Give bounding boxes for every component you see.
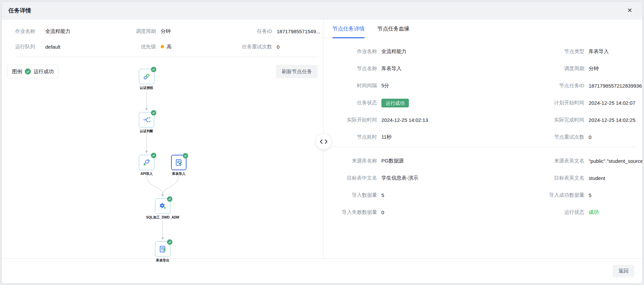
detail-row: 来源库名称 PG数据源 来源表英文名 "public"."student_sou… (324, 152, 636, 170)
detail-label: 节点重试次数 (428, 134, 589, 140)
dialog-title: 任务详情 (8, 7, 31, 14)
detail-label: 目标表中文名 (324, 175, 381, 181)
detail-section-1: 作业名称 全流程能力 节点类型 库表导入 节点名称 库表导入 调度周期 分钟 时… (324, 38, 642, 146)
detail-label: 导入成功数据量 (428, 192, 589, 198)
detail-value: 5 (381, 192, 428, 198)
detail-value: 分钟 (589, 65, 636, 72)
node-success-badge-icon (151, 110, 156, 115)
flow-node-auth-judge[interactable] (139, 112, 154, 128)
legend-status-label: 运行成功 (34, 68, 54, 75)
detail-label: 节点任务ID (428, 83, 589, 89)
chevron-left-icon[interactable] (319, 139, 323, 144)
priority-text: 高 (167, 44, 172, 50)
node-success-badge-icon (183, 153, 188, 158)
node-success-badge-icon (151, 67, 156, 72)
tab-node-task-detail[interactable]: 节点任务详情 (332, 19, 365, 38)
chevron-right-icon[interactable] (324, 139, 328, 144)
detail-row: 节点名称 库表导入 调度周期 分钟 (324, 60, 636, 77)
flow-connectors (2, 19, 324, 259)
tab-node-task-lineage[interactable]: 节点任务血缘 (377, 19, 410, 38)
field-label: 优先级 (127, 44, 156, 50)
node-label: SQL加工_DWD_ADM (139, 215, 186, 220)
node-label: 认证授权 (123, 86, 170, 90)
node-label: 库表导入 (155, 172, 202, 176)
detail-value: 学生信息表-演示 (381, 175, 428, 181)
detail-value: 0 (381, 209, 428, 215)
job-info-row: 作业名称 全流程能力 调度周期 分钟 任务ID 18717985571549..… (15, 23, 319, 39)
detail-label: 来源表英文名 (428, 158, 589, 164)
detail-value: PG数据源 (381, 158, 428, 164)
detail-label: 节点类型 (428, 48, 589, 55)
flow-node-auth-grant[interactable] (139, 69, 154, 84)
detail-row: 导入失败数据量 0 运行状态 成功 (324, 204, 636, 221)
task-status-badge: 运行成功 (381, 99, 409, 107)
flow-node-sql-process[interactable] (155, 198, 170, 214)
detail-value: student (589, 175, 636, 181)
node-label: 库表导出 (139, 258, 186, 263)
detail-label: 目标表英文名 (428, 175, 589, 181)
table-export-icon (158, 245, 167, 253)
api-import-icon (142, 158, 151, 167)
detail-label: 来源库名称 (324, 158, 381, 164)
detail-label: 实际完成时间 (428, 117, 589, 123)
node-label: 认证判断 (123, 129, 170, 134)
task-detail-dialog: 任务详情 ✕ 作业名称 全流程能力 调度周期 分钟 任务ID 187179855… (1, 1, 643, 284)
divider (15, 57, 319, 57)
detail-value: 全流程能力 (381, 48, 428, 55)
flow-node-table-import[interactable] (171, 155, 186, 170)
dialog-body: 作业名称 全流程能力 调度周期 分钟 任务ID 18717985571549..… (2, 19, 642, 258)
field-label: 调度周期 (127, 28, 156, 35)
detail-row: 目标表中文名 学生信息表-演示 目标表英文名 student (324, 170, 636, 187)
detail-value: 2024-12-25 14:02:25 (589, 117, 636, 123)
node-detail-panel: 节点任务详情 节点任务血缘 作业名称 全流程能力 节点类型 库表导入 节点名称 … (324, 19, 642, 258)
node-task-id-value: 1871798557212839936 (589, 83, 636, 89)
detail-label: 运行状态 (428, 209, 589, 216)
legend-box: 图例 运行成功 (7, 65, 59, 78)
detail-row: 任务状态 运行成功 计划开始时间 2024-12-25 14:02:07 (324, 94, 636, 111)
detail-value: 2024-12-25 14:02:13 (381, 117, 428, 123)
field-label: 任务重试次数 (229, 44, 272, 50)
link-icon (142, 72, 151, 81)
detail-value: 库表导入 (381, 65, 428, 72)
legend-label: 图例 (12, 68, 22, 75)
detail-label: 实际开始时间 (324, 117, 381, 123)
detail-section-2: 来源库名称 PG数据源 来源表英文名 "public"."student_sou… (324, 148, 642, 221)
detail-label: 节点名称 (324, 65, 381, 72)
field-value: 分钟 (161, 28, 224, 35)
priority-value: 高 (161, 44, 224, 50)
flow-node-table-export[interactable] (155, 241, 170, 257)
flow-node-api-import[interactable] (139, 155, 154, 170)
detail-label: 作业名称 (324, 48, 381, 55)
job-info-row: 运行队列 default 优先级 高 任务重试次数 0 (15, 39, 319, 54)
back-button[interactable]: 返回 (613, 265, 634, 277)
divider (332, 147, 636, 147)
panel-collapse-handle (316, 134, 331, 149)
success-check-icon (25, 68, 31, 75)
detail-label: 节点耗时 (324, 134, 381, 140)
refresh-node-task-button[interactable]: 刷新节点任务 (276, 65, 318, 78)
detail-label: 导入数据量 (324, 192, 381, 198)
detail-row: 作业名称 全流程能力 节点类型 库表导入 (324, 43, 636, 60)
node-success-badge-icon (151, 153, 156, 158)
dialog-footer: 返回 (2, 258, 642, 283)
detail-value: 11秒 (381, 134, 428, 140)
detail-row: 实际开始时间 2024-12-25 14:02:13 实际完成时间 2024-1… (324, 111, 636, 129)
node-success-badge-icon (167, 196, 172, 202)
task-id-value: 18717985571549... (277, 29, 320, 34)
field-label: 运行队列 (15, 44, 41, 50)
detail-label: 任务状态 (324, 100, 381, 106)
detail-value: 5 (589, 192, 636, 198)
detail-label: 调度周期 (428, 65, 589, 72)
dialog-header: 任务详情 ✕ (2, 2, 642, 19)
detail-value: 5分 (381, 83, 428, 89)
retry-count-value: 0 (277, 44, 319, 50)
detail-label: 计划开始时间 (428, 100, 589, 106)
close-icon[interactable]: ✕ (627, 7, 632, 13)
detail-label: 时间间隔 (324, 83, 381, 89)
detail-row: 节点耗时 11秒 节点重试次数 0 (324, 129, 636, 146)
field-value: 全流程能力 (45, 28, 122, 35)
field-value: default (45, 44, 122, 50)
detail-tabs: 节点任务详情 节点任务血缘 (324, 19, 642, 38)
branch-icon (142, 115, 151, 124)
source-table-value: "public"."student_source" (589, 158, 636, 164)
